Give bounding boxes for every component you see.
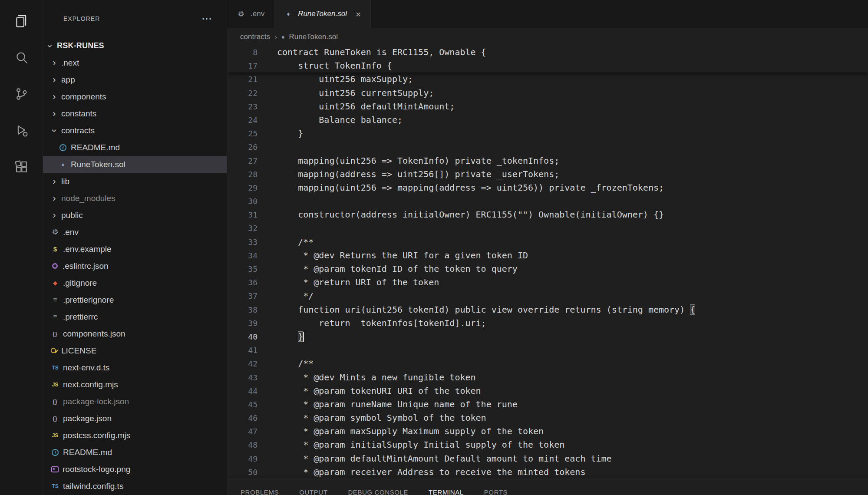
folder-next[interactable]: ›.next	[43, 54, 227, 71]
folder-rsk-runes[interactable]: ›RSK-RUNES	[43, 37, 227, 54]
panel-tab-output[interactable]: OUTPUT	[299, 488, 327, 495]
tree-item-label: constants	[61, 109, 96, 119]
code-line[interactable]: 44 * @param tokenURI URI of the token	[227, 384, 868, 398]
folder-components[interactable]: ›components	[43, 88, 227, 105]
code-editor[interactable]: 8contract RuneToken is ERC1155, Ownable …	[227, 46, 868, 495]
chevron-down-icon: ›	[45, 42, 55, 50]
code-line[interactable]: 17 struct TokenInfo {	[227, 59, 868, 73]
close-icon[interactable]: ×	[356, 10, 361, 19]
code-text: mapping(uint256 => TokenInfo) private _t…	[257, 154, 559, 168]
file-package-lock-json[interactable]: {}package-lock.json	[43, 393, 227, 410]
code-line[interactable]: 32	[227, 221, 868, 235]
file-next-env-d-ts[interactable]: TSnext-env.d.ts	[43, 359, 227, 376]
panel-tab-debug-console[interactable]: DEBUG CONSOLE	[348, 488, 408, 495]
code-line[interactable]: 27 mapping(uint256 => TokenInfo) private…	[227, 154, 868, 168]
line-number: 25	[227, 127, 257, 140]
file-components-json[interactable]: {}components.json	[43, 325, 227, 342]
file-prettierignore[interactable]: ≡.prettierignore	[43, 291, 227, 308]
code-line[interactable]: 42 /**	[227, 357, 868, 370]
code-line[interactable]: 26	[227, 140, 868, 154]
code-line[interactable]: 24 Balance balance;	[227, 113, 868, 127]
code-line[interactable]: 47 * @param maxSupply Maximum supply of …	[227, 425, 868, 438]
code-line[interactable]: 36 * @return URI of the token	[227, 276, 868, 289]
image-icon	[51, 466, 59, 472]
code-text: }	[257, 330, 304, 343]
file-rootstock-logo-png[interactable]: rootstock-logo.png	[43, 461, 227, 478]
panel-tab-problems[interactable]: PROBLEMS	[241, 488, 279, 495]
code-line[interactable]: 28 mapping(address => uint256[]) private…	[227, 168, 868, 181]
code-line[interactable]: 23 uint256 defaultMintAmount;	[227, 100, 868, 113]
code-line[interactable]: 40 }	[227, 330, 868, 343]
code-text: }	[257, 127, 303, 140]
file-eslintrc-json[interactable]: .eslintrc.json	[43, 257, 227, 274]
code-line[interactable]: 25 }	[227, 127, 868, 140]
lines-icon: ≡	[50, 295, 60, 305]
file-license[interactable]: LICENSE	[43, 342, 227, 359]
line-number: 21	[227, 73, 257, 86]
folder-app[interactable]: ›app	[43, 71, 227, 88]
js-icon: JS	[50, 431, 60, 440]
code-line[interactable]: 33 /**	[227, 235, 868, 249]
code-text: mapping(address => uint256[]) private _u…	[257, 168, 559, 181]
git-icon: ◆	[50, 278, 60, 288]
file-runetoken-sol[interactable]: ♦RuneToken.sol	[43, 156, 227, 173]
file-gitignore[interactable]: ◆.gitignore	[43, 274, 227, 291]
folder-constants[interactable]: ›constants	[43, 105, 227, 122]
file-tailwind-config-ts[interactable]: TStailwind.config.ts	[43, 478, 227, 495]
folder-lib[interactable]: ›lib	[43, 173, 227, 190]
file-prettierrc[interactable]: ≡.prettierrc	[43, 308, 227, 325]
folder-contracts[interactable]: ›contracts	[43, 122, 227, 139]
file-postcss-config-mjs[interactable]: JSpostcss.config.mjs	[43, 427, 227, 444]
tab-runetoken-sol[interactable]: ♦RuneToken.sol×	[274, 0, 371, 28]
code-line[interactable]: 48 * @param initialSupply Initial supply…	[227, 438, 868, 452]
code-line[interactable]: 37 */	[227, 289, 868, 303]
line-number: 45	[227, 398, 257, 411]
file-readme-md[interactable]: iREADME.md	[43, 139, 227, 156]
line-number: 32	[227, 221, 257, 235]
breadcrumb-item[interactable]: contracts	[240, 33, 270, 41]
file-env[interactable]: ⚙.env	[43, 224, 227, 241]
sticky-scroll: 8contract RuneToken is ERC1155, Ownable …	[227, 46, 868, 73]
line-number: 47	[227, 425, 257, 438]
file-readme-md[interactable]: iREADME.md	[43, 444, 227, 461]
more-actions-icon[interactable]: ⋯	[201, 13, 212, 24]
code-line[interactable]: 31 constructor(address initialOwner) ERC…	[227, 208, 868, 221]
folder-public[interactable]: ›public	[43, 207, 227, 224]
extensions-icon[interactable]	[11, 156, 32, 177]
panel-tab-ports[interactable]: PORTS	[484, 488, 508, 495]
code-line[interactable]: 29 mapping(uint256 => mapping(address =>…	[227, 181, 868, 195]
code-line[interactable]: 30	[227, 195, 868, 208]
panel-tab-terminal[interactable]: TERMINAL	[429, 488, 464, 495]
line-number: 31	[227, 208, 257, 221]
tree-item-label: components.json	[63, 329, 125, 339]
tree-item-label: RSK-RUNES	[57, 41, 104, 50]
code-line[interactable]: 39 return _tokenInfos[tokenId].uri;	[227, 317, 868, 330]
code-line[interactable]: 35 * @param tokenId ID of the token to q…	[227, 262, 868, 276]
code-line[interactable]: 34 * @dev Returns the URI for a given to…	[227, 249, 868, 262]
code-line[interactable]: 38 function uri(uint256 tokenId) public …	[227, 303, 868, 317]
code-line[interactable]: 43 * @dev Mints a new fungible token	[227, 371, 868, 384]
code-line[interactable]: 22 uint256 currentSupply;	[227, 86, 868, 100]
code-line[interactable]: 45 * @param runeName Unique name of the …	[227, 398, 868, 411]
bottom-panel-tabs: PROBLEMSOUTPUTDEBUG CONSOLETERMINALPORTS	[227, 479, 868, 495]
tree-item-label: README.md	[63, 448, 112, 457]
breadcrumb-item[interactable]: RuneToken.sol	[289, 33, 337, 41]
code-lines: 21 uint256 maxSupply;22 uint256 currentS…	[227, 73, 868, 479]
code-line[interactable]: 49 * @param defaultMintAmount Default am…	[227, 452, 868, 465]
file-package-json[interactable]: {}package.json	[43, 410, 227, 427]
code-line[interactable]: 21 uint256 maxSupply;	[227, 73, 868, 86]
line-number: 26	[227, 140, 257, 154]
code-line[interactable]: 41	[227, 343, 868, 357]
code-line[interactable]: 50 * @param receiver Address to receive …	[227, 465, 868, 479]
file-next-config-mjs[interactable]: JSnext.config.mjs	[43, 376, 227, 393]
tab-env[interactable]: ⚙.env	[227, 0, 274, 28]
file-env-example[interactable]: $.env.example	[43, 241, 227, 257]
explorer-icon[interactable]	[11, 10, 32, 31]
code-line[interactable]: 8contract RuneToken is ERC1155, Ownable …	[227, 46, 868, 59]
code-line[interactable]: 46 * @param symbol Symbol of the token	[227, 411, 868, 425]
tree-item-label: .gitignore	[63, 278, 97, 288]
search-icon[interactable]	[11, 47, 32, 68]
run-debug-icon[interactable]	[11, 120, 32, 141]
folder-node-modules[interactable]: ›node_modules	[43, 190, 227, 207]
source-control-icon[interactable]	[11, 83, 32, 104]
